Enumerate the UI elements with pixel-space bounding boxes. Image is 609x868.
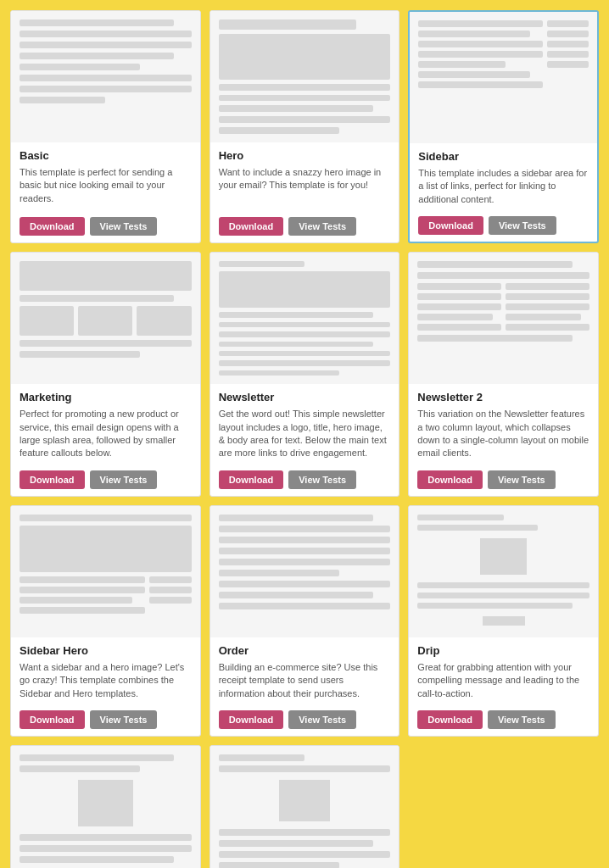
preview-newsletter2 (409, 253, 598, 384)
download-button-basic[interactable]: Download (20, 217, 85, 236)
title-sidebar-hero: Sidebar Hero (20, 644, 192, 657)
download-button-marketing[interactable]: Download (20, 470, 85, 489)
download-button-order[interactable]: Download (219, 710, 284, 729)
info-order: OrderBuilding an e-commerce site? Use th… (210, 637, 399, 736)
download-button-newsletter2[interactable]: Download (417, 470, 483, 489)
info-marketing: MarketingPerfect for promoting a new pro… (11, 384, 200, 496)
info-hero: HeroWant to include a snazzy hero image … (210, 142, 399, 242)
actions-drip: DownloadView Tests (417, 710, 589, 729)
title-basic: Basic (20, 149, 192, 162)
view-tests-button-order[interactable]: View Tests (288, 710, 356, 729)
card-marketing: MarketingPerfect for promoting a new pro… (10, 252, 201, 497)
preview-drip (409, 506, 598, 637)
download-button-sidebar-hero[interactable]: Download (20, 710, 85, 729)
view-tests-button-drip[interactable]: View Tests (488, 710, 556, 729)
desc-basic: This template is perfect for sending a b… (20, 166, 192, 207)
actions-hero: DownloadView Tests (219, 217, 391, 236)
preview-order (210, 506, 399, 637)
title-hero: Hero (219, 149, 391, 162)
card-newsletter2: Newsletter 2This variation on the Newsle… (408, 252, 599, 497)
title-newsletter2: Newsletter 2 (417, 391, 589, 403)
view-tests-button-newsletter2[interactable]: View Tests (488, 470, 556, 489)
download-button-sidebar[interactable]: Download (418, 216, 483, 235)
card-password-reset: Password ResetEveryone forgets their pas… (10, 745, 201, 868)
desc-order: Building an e-commerce site? Use this re… (219, 661, 391, 700)
actions-newsletter2: DownloadView Tests (417, 470, 589, 489)
desc-newsletter: Get the word out! This simple newsletter… (219, 408, 391, 460)
view-tests-button-newsletter[interactable]: View Tests (288, 470, 356, 489)
download-button-drip[interactable]: Download (417, 710, 483, 729)
card-newsletter: NewsletterGet the word out! This simple … (210, 252, 400, 497)
card-sidebar: SidebarThis template includes a sidebar … (408, 10, 599, 243)
desc-marketing: Perfect for promoting a new product or s… (20, 408, 192, 460)
actions-sidebar-hero: DownloadView Tests (20, 710, 192, 729)
template-grid: BasicThis template is perfect for sendin… (10, 10, 599, 868)
title-marketing: Marketing (20, 391, 192, 403)
desc-sidebar: This template includes a sidebar area fo… (418, 167, 589, 206)
desc-sidebar-hero: Want a sidebar and a hero image? Let's g… (20, 661, 192, 700)
preview-welcome (210, 746, 399, 868)
card-sidebar-hero: Sidebar HeroWant a sidebar and a hero im… (10, 505, 201, 737)
info-sidebar-hero: Sidebar HeroWant a sidebar and a hero im… (11, 637, 200, 736)
card-welcome: WelcomeFeaturing space for a large welco… (210, 745, 400, 868)
actions-basic: DownloadView Tests (20, 217, 192, 236)
desc-hero: Want to include a snazzy hero image in y… (219, 166, 391, 207)
download-button-newsletter[interactable]: Download (219, 470, 284, 489)
preview-hero (210, 11, 399, 142)
preview-password-reset (11, 746, 200, 868)
info-drip: DripGreat for grabbing attention with yo… (409, 637, 598, 736)
card-order: OrderBuilding an e-commerce site? Use th… (210, 505, 400, 737)
preview-newsletter (210, 253, 399, 384)
title-drip: Drip (417, 644, 589, 657)
desc-drip: Great for grabbing attention with your c… (417, 661, 589, 700)
view-tests-button-sidebar[interactable]: View Tests (489, 216, 556, 235)
card-basic: BasicThis template is perfect for sendin… (10, 10, 201, 243)
card-hero: HeroWant to include a snazzy hero image … (210, 10, 400, 243)
view-tests-button-sidebar-hero[interactable]: View Tests (90, 710, 158, 729)
info-newsletter2: Newsletter 2This variation on the Newsle… (409, 384, 598, 496)
actions-newsletter: DownloadView Tests (219, 470, 391, 489)
download-button-hero[interactable]: Download (219, 217, 284, 236)
info-basic: BasicThis template is perfect for sendin… (11, 142, 200, 242)
desc-newsletter2: This variation on the Newsletter feature… (417, 408, 589, 460)
actions-order: DownloadView Tests (219, 710, 391, 729)
preview-marketing (11, 253, 200, 384)
view-tests-button-marketing[interactable]: View Tests (90, 470, 158, 489)
preview-sidebar (410, 12, 597, 143)
card-drip: DripGreat for grabbing attention with yo… (408, 505, 599, 737)
title-order: Order (219, 644, 391, 657)
title-sidebar: Sidebar (418, 150, 589, 163)
view-tests-button-basic[interactable]: View Tests (90, 217, 158, 236)
view-tests-button-hero[interactable]: View Tests (288, 217, 356, 236)
preview-sidebar-hero (11, 506, 200, 637)
actions-sidebar: DownloadView Tests (418, 216, 589, 235)
actions-marketing: DownloadView Tests (20, 470, 192, 489)
info-sidebar: SidebarThis template includes a sidebar … (410, 143, 597, 242)
preview-basic (11, 11, 200, 142)
info-newsletter: NewsletterGet the word out! This simple … (210, 384, 399, 496)
title-newsletter: Newsletter (219, 391, 391, 403)
